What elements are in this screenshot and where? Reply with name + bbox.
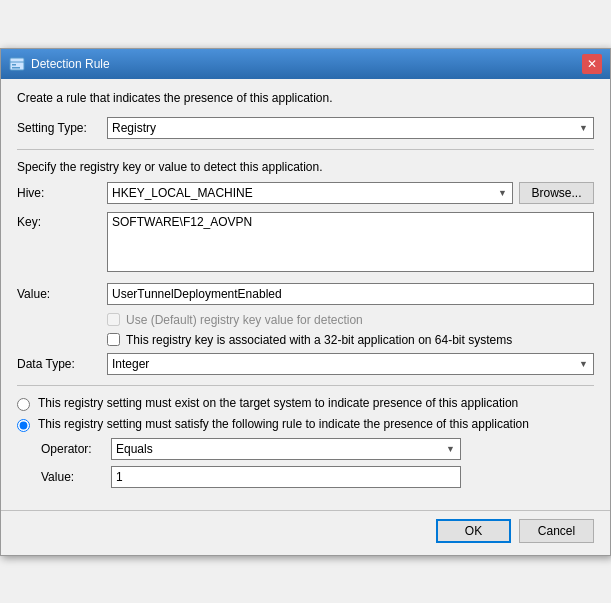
rule-value-label: Value: [41,470,111,484]
data-type-wrapper: Integer String Version Boolean [107,353,594,375]
data-type-select[interactable]: Integer String Version Boolean [107,353,594,375]
dialog-icon [9,56,25,72]
intro-text: Create a rule that indicates the presenc… [17,91,594,105]
svg-rect-2 [12,64,16,66]
radio1-row: This registry setting must exist on the … [17,396,594,411]
checkbox-default-row: Use (Default) registry key value for det… [107,313,594,327]
rule-value-row: Value: [41,466,594,488]
operator-label: Operator: [41,442,111,456]
cancel-button[interactable]: Cancel [519,519,594,543]
value-input[interactable] [107,283,594,305]
operator-block: Operator: Equals Not equal to Greater th… [41,438,594,488]
radio2[interactable] [17,419,30,432]
radio2-label: This registry setting must satisfy the f… [38,417,529,431]
dialog-title: Detection Rule [31,57,110,71]
hive-select-wrapper: HKEY_LOCAL_MACHINE HKEY_CURRENT_USER HKE… [107,182,513,204]
title-bar-left: Detection Rule [9,56,110,72]
bottom-buttons: OK Cancel [1,510,610,555]
rule-value-input[interactable] [111,466,461,488]
detection-rule-dialog: Detection Rule ✕ Create a rule that indi… [0,48,611,556]
operator-select-wrapper: Equals Not equal to Greater than Less th… [111,438,461,460]
setting-type-row: Setting Type: Registry File System Windo… [17,117,594,139]
data-type-row: Data Type: Integer String Version Boolea… [17,353,594,375]
checkbox-default-label: Use (Default) registry key value for det… [126,313,363,327]
value-label-field: Value: [17,287,107,301]
separator-1 [17,149,594,150]
hive-row: Hive: HKEY_LOCAL_MACHINE HKEY_CURRENT_US… [17,182,594,204]
registry-description: Specify the registry key or value to det… [17,160,594,174]
operator-select[interactable]: Equals Not equal to Greater than Less th… [111,438,461,460]
value-wrap [107,283,594,305]
key-wrap: SOFTWARE\F12_AOVPN [107,212,594,275]
hive-row-inner: HKEY_LOCAL_MACHINE HKEY_CURRENT_USER HKE… [107,182,594,204]
key-label: Key: [17,212,107,229]
value-row: Value: [17,283,594,305]
hive-label: Hive: [17,186,107,200]
setting-type-label: Setting Type: [17,121,107,135]
operator-row: Operator: Equals Not equal to Greater th… [41,438,594,460]
data-type-label: Data Type: [17,357,107,371]
dialog-body: Create a rule that indicates the presenc… [1,79,610,510]
close-button[interactable]: ✕ [582,54,602,74]
radio2-row: This registry setting must satisfy the f… [17,417,594,432]
svg-rect-3 [12,67,20,69]
hive-select[interactable]: HKEY_LOCAL_MACHINE HKEY_CURRENT_USER HKE… [107,182,513,204]
setting-type-select[interactable]: Registry File System Windows Installer [107,117,594,139]
checkbox-32bit[interactable] [107,333,120,346]
ok-button[interactable]: OK [436,519,511,543]
separator-2 [17,385,594,386]
checkbox-32bit-label: This registry key is associated with a 3… [126,333,512,347]
radio1[interactable] [17,398,30,411]
radio-section: This registry setting must exist on the … [17,396,594,488]
key-row: Key: SOFTWARE\F12_AOVPN [17,212,594,275]
checkbox-32bit-row: This registry key is associated with a 3… [107,333,594,347]
key-textarea[interactable]: SOFTWARE\F12_AOVPN [107,212,594,272]
browse-button[interactable]: Browse... [519,182,594,204]
radio1-label: This registry setting must exist on the … [38,396,518,410]
checkbox-default[interactable] [107,313,120,326]
setting-type-wrapper: Registry File System Windows Installer [107,117,594,139]
title-bar: Detection Rule ✕ [1,49,610,79]
